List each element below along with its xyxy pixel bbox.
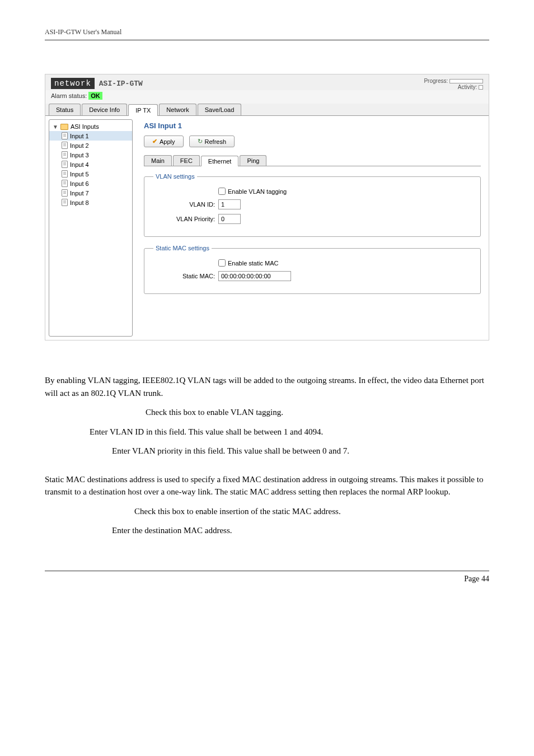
tree-item-input-5[interactable]: Input 5 — [49, 169, 132, 179]
app-window: network ASI-IP-GTW Progress: Activity: A… — [45, 74, 489, 340]
vlan-legend: VLAN settings — [153, 173, 197, 180]
alarm-label: Alarm status: — [51, 92, 87, 99]
alarm-status: OK — [88, 92, 102, 100]
doc-paragraph: Enter VLAN priority in this field. This … — [45, 445, 489, 458]
file-icon — [62, 161, 68, 168]
model-label: ASI-IP-GTW — [99, 80, 143, 88]
check-icon: ✔ — [152, 138, 157, 145]
sidebar: ▼ ASI Inputs Input 1 Input 2 Input 3 Inp… — [49, 119, 133, 337]
tree-item-label: Input 7 — [70, 190, 89, 197]
vlan-id-input[interactable] — [218, 199, 241, 209]
tab-save-load[interactable]: Save/Load — [198, 104, 242, 115]
doc-paragraph: By enabling VLAN tagging, IEEE802.1Q VLA… — [45, 374, 489, 399]
tree-item-input-6[interactable]: Input 6 — [49, 179, 132, 188]
progress-label: Progress: — [424, 78, 448, 84]
tree-item-input-8[interactable]: Input 8 — [49, 198, 132, 207]
tree-root-label: ASI Inputs — [71, 123, 99, 130]
tree-item-label: Input 1 — [70, 133, 89, 139]
vlan-id-label: VLAN ID: — [153, 201, 215, 208]
tree-item-label: Input 2 — [70, 142, 89, 149]
static-mac-input[interactable] — [218, 271, 291, 281]
doc-paragraph: Enter the destination MAC address. — [45, 524, 489, 537]
enable-vlan-checkbox[interactable] — [218, 188, 226, 195]
file-icon — [62, 142, 68, 149]
file-icon — [62, 151, 68, 158]
refresh-label: Refresh — [205, 138, 227, 145]
progress-bar — [449, 79, 483, 83]
tree-collapse-icon: ▼ — [53, 124, 58, 130]
refresh-icon: ↻ — [198, 138, 203, 145]
vlan-fieldset: VLAN settings Enable VLAN tagging VLAN I… — [144, 173, 481, 237]
subtab-fec[interactable]: FEC — [173, 155, 200, 166]
doc-paragraph: Static MAC destinations address is used … — [45, 473, 489, 498]
file-icon — [62, 132, 68, 139]
static-mac-fieldset: Static MAC settings Enable static MAC St… — [144, 245, 481, 294]
doc-paragraph: Check this box to enable insertion of th… — [45, 505, 489, 518]
tree-item-input-2[interactable]: Input 2 — [49, 141, 132, 150]
brand-logo: network — [51, 78, 95, 89]
static-mac-label: Static MAC: — [153, 273, 215, 279]
file-icon — [62, 170, 68, 178]
activity-label: Activity: — [458, 84, 477, 90]
file-icon — [62, 180, 68, 187]
tree-root[interactable]: ▼ ASI Inputs — [49, 122, 132, 131]
refresh-button[interactable]: ↻Refresh — [189, 136, 235, 147]
panel-title: ASI Input 1 — [144, 122, 481, 130]
doc-paragraph: Enter VLAN ID in this field. This value … — [45, 426, 489, 438]
tab-status[interactable]: Status — [49, 104, 81, 115]
page-footer: Page 44 — [45, 571, 489, 584]
tree-item-input-7[interactable]: Input 7 — [49, 188, 132, 198]
vlan-priority-input[interactable] — [218, 214, 241, 224]
tree-item-label: Input 5 — [70, 171, 89, 178]
subtab-ping[interactable]: Ping — [240, 155, 266, 166]
file-icon — [62, 199, 68, 206]
enable-mac-checkbox[interactable] — [218, 259, 226, 267]
enable-vlan-label: Enable VLAN tagging — [228, 188, 287, 195]
doc-paragraph: Check this box to enable VLAN tagging. — [45, 406, 489, 419]
tree-item-input-3[interactable]: Input 3 — [49, 150, 132, 160]
tab-ip-tx[interactable]: IP TX — [128, 104, 158, 116]
page-header: ASI-IP-GTW User's Manual — [45, 28, 489, 40]
tab-device-info[interactable]: Device Info — [82, 104, 127, 115]
tab-network[interactable]: Network — [159, 104, 196, 115]
tree-item-label: Input 3 — [70, 152, 89, 158]
file-icon — [62, 189, 68, 197]
subtab-main[interactable]: Main — [144, 155, 172, 166]
vlan-priority-label: VLAN Priority: — [153, 216, 215, 222]
enable-mac-label: Enable static MAC — [228, 260, 278, 267]
subtab-ethernet[interactable]: Ethernet — [201, 156, 239, 166]
tree-item-label: Input 8 — [70, 199, 89, 206]
tree-item-input-4[interactable]: Input 4 — [49, 160, 132, 169]
tree-item-label: Input 6 — [70, 180, 89, 187]
mac-legend: Static MAC settings — [153, 245, 212, 251]
tree-item-input-1[interactable]: Input 1 — [49, 131, 132, 141]
activity-indicator — [479, 85, 483, 90]
apply-button[interactable]: ✔Apply — [144, 136, 184, 147]
folder-icon — [60, 124, 68, 130]
apply-label: Apply — [160, 138, 175, 145]
tree-item-label: Input 4 — [70, 161, 89, 168]
